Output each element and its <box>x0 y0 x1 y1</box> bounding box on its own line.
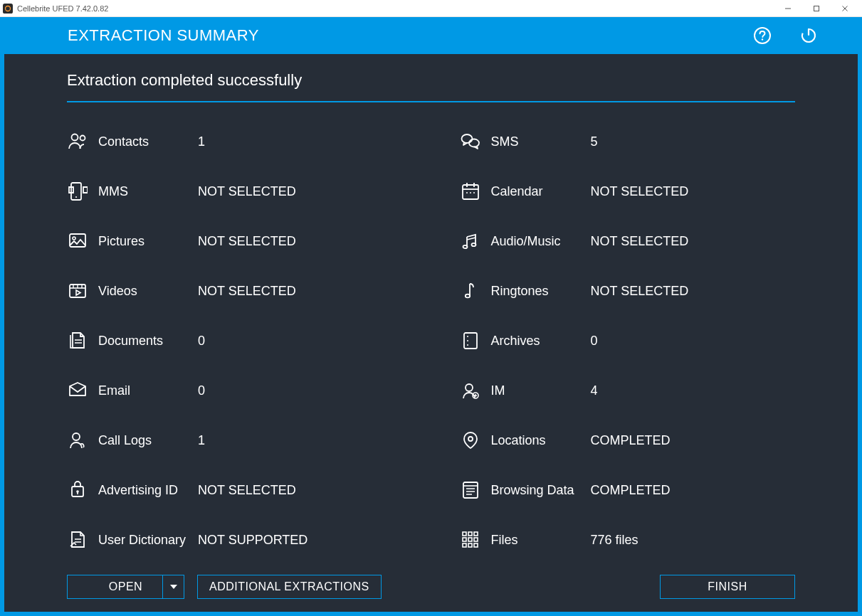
summary-item-label: Files <box>491 533 591 548</box>
audio-icon <box>460 230 481 252</box>
svg-rect-0 <box>3 4 13 14</box>
additional-extractions-button[interactable]: ADDITIONAL EXTRACTIONS <box>197 575 382 599</box>
summary-item-ringtones: RingtonesNOT SELECTED <box>460 266 796 316</box>
summary-item-value: 776 files <box>591 533 638 548</box>
summary-item-videos: VideosNOT SELECTED <box>67 266 403 316</box>
app-icon <box>3 4 13 14</box>
locations-icon <box>460 430 481 451</box>
summary-item-label: IM <box>491 383 591 398</box>
summary-item-label: Email <box>98 383 198 398</box>
summary-item-label: User Dictionary <box>98 533 198 548</box>
summary-grid: Contacts1SMS5MMSNOT SELECTEDCalendarNOT … <box>67 117 795 565</box>
finish-button[interactable]: FINISH <box>660 575 795 599</box>
sms-icon <box>460 131 481 152</box>
summary-item-value: NOT SELECTED <box>198 483 296 498</box>
summary-item-advertising: Advertising IDNOT SELECTED <box>67 465 403 515</box>
power-button[interactable] <box>794 21 823 50</box>
close-button[interactable] <box>831 0 859 17</box>
svg-rect-3 <box>814 6 819 11</box>
summary-item-label: Videos <box>98 284 198 299</box>
window-titlebar: Cellebrite UFED 7.42.0.82 <box>0 0 862 17</box>
files-icon <box>460 529 481 551</box>
summary-item-audio: Audio/MusicNOT SELECTED <box>460 216 796 266</box>
pictures-icon <box>67 230 88 252</box>
summary-item-label: Contacts <box>98 134 198 149</box>
summary-item-archives: Archives0 <box>460 316 796 366</box>
summary-item-label: SMS <box>491 134 591 149</box>
summary-item-value: NOT SELECTED <box>198 234 296 249</box>
summary-item-value: NOT SELECTED <box>198 184 296 199</box>
browsing-icon <box>460 479 481 501</box>
window-controls <box>774 0 859 17</box>
summary-item-mms: MMSNOT SELECTED <box>67 166 403 216</box>
summary-item-value: COMPLETED <box>591 483 671 498</box>
summary-item-documents: Documents0 <box>67 316 403 366</box>
summary-item-files: Files776 files <box>460 515 796 565</box>
summary-item-value: 4 <box>591 383 598 398</box>
im-icon <box>460 380 481 401</box>
videos-icon <box>67 280 88 302</box>
summary-item-value: 1 <box>198 134 205 149</box>
summary-item-value: NOT SELECTED <box>591 234 689 249</box>
summary-item-value: 0 <box>198 334 205 349</box>
ringtones-icon <box>460 280 481 302</box>
summary-item-label: Archives <box>491 334 591 349</box>
advertising-icon <box>67 479 88 501</box>
open-button[interactable]: OPEN <box>67 575 184 599</box>
documents-icon <box>67 330 88 351</box>
svg-point-6 <box>755 28 770 43</box>
dictionary-icon <box>67 529 88 551</box>
summary-item-value: NOT SELECTED <box>591 184 689 199</box>
summary-item-value: NOT SELECTED <box>198 284 296 299</box>
summary-item-locations: LocationsCOMPLETED <box>460 415 796 465</box>
contacts-icon <box>67 131 88 152</box>
main-panel: Extraction completed successfully Contac… <box>0 54 862 616</box>
status-heading: Extraction completed successfully <box>67 71 795 90</box>
summary-item-sms: SMS5 <box>460 117 796 166</box>
summary-item-email: Email0 <box>67 366 403 415</box>
maximize-button[interactable] <box>802 0 831 17</box>
summary-item-calendar: CalendarNOT SELECTED <box>460 166 796 216</box>
svg-marker-10 <box>170 585 177 589</box>
summary-item-value: NOT SUPPORTED <box>198 533 308 548</box>
page-title: EXTRACTION SUMMARY <box>68 26 259 45</box>
summary-item-value: 0 <box>591 334 598 349</box>
summary-item-value: NOT SELECTED <box>591 284 689 299</box>
summary-item-label: MMS <box>98 184 198 199</box>
summary-item-value: 0 <box>198 383 205 398</box>
summary-item-label: Documents <box>98 334 198 349</box>
summary-item-dictionary: User DictionaryNOT SUPPORTED <box>67 515 403 565</box>
summary-item-calllogs: Call Logs1 <box>67 415 403 465</box>
summary-item-value: COMPLETED <box>591 433 671 448</box>
finish-button-label: FINISH <box>708 580 747 593</box>
window-title: Cellebrite UFED 7.42.0.82 <box>17 4 108 13</box>
summary-item-label: Advertising ID <box>98 483 198 498</box>
summary-item-value: 1 <box>198 433 205 448</box>
divider <box>67 101 795 102</box>
mms-icon <box>67 181 88 202</box>
archives-icon <box>460 330 481 351</box>
help-button[interactable] <box>748 21 777 50</box>
summary-item-im: IM4 <box>460 366 796 415</box>
open-dropdown-caret[interactable] <box>162 575 184 598</box>
summary-item-label: Audio/Music <box>491 234 591 249</box>
summary-item-label: Pictures <box>98 234 198 249</box>
email-icon <box>67 380 88 401</box>
calllogs-icon <box>67 430 88 451</box>
summary-item-label: Browsing Data <box>491 483 591 498</box>
header-bar: EXTRACTION SUMMARY <box>0 17 862 54</box>
summary-item-label: Call Logs <box>98 433 198 448</box>
summary-item-pictures: PicturesNOT SELECTED <box>67 216 403 266</box>
summary-item-label: Calendar <box>491 184 591 199</box>
summary-item-value: 5 <box>591 134 598 149</box>
summary-item-label: Ringtones <box>491 284 591 299</box>
footer-bar: OPEN ADDITIONAL EXTRACTIONS FINISH <box>67 575 795 599</box>
summary-item-contacts: Contacts1 <box>67 117 403 166</box>
calendar-icon <box>460 181 481 202</box>
svg-point-7 <box>762 38 763 40</box>
open-button-label: OPEN <box>109 580 142 593</box>
additional-extractions-label: ADDITIONAL EXTRACTIONS <box>209 580 369 593</box>
summary-item-browsing: Browsing DataCOMPLETED <box>460 465 796 515</box>
minimize-button[interactable] <box>774 0 802 17</box>
summary-item-label: Locations <box>491 433 591 448</box>
